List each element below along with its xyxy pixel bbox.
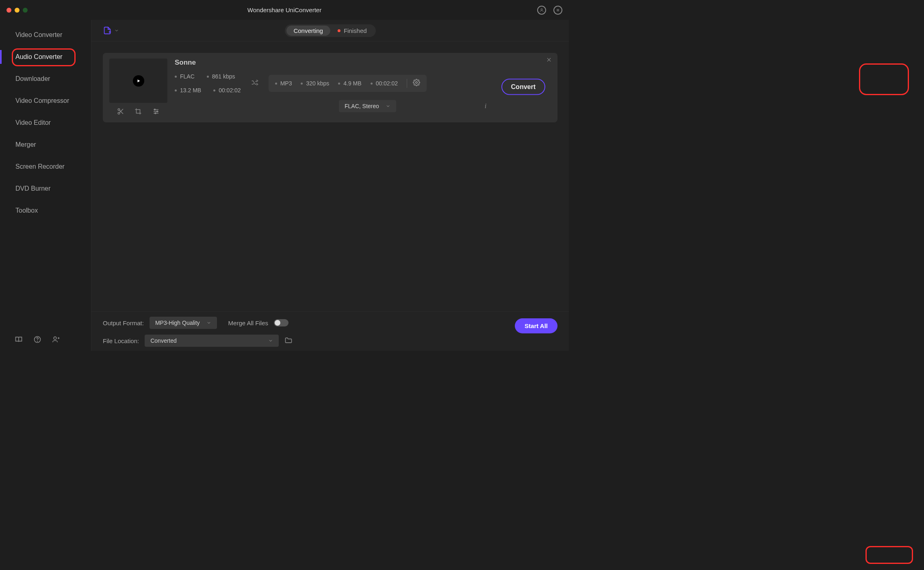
info-button[interactable]: i [485, 102, 486, 110]
output-format-dropdown[interactable]: MP3-High Quality [150, 317, 217, 329]
help-icon[interactable] [33, 335, 41, 344]
sidebar-item-merger[interactable]: Merger [0, 134, 91, 156]
effects-button[interactable] [152, 108, 160, 117]
svg-point-18 [157, 111, 158, 112]
transfer-arrow-icon [251, 78, 259, 88]
account-icon[interactable] [537, 6, 546, 15]
sidebar-label: DVD Burner [15, 185, 50, 192]
source-bitrate: 861 kbps [207, 73, 235, 80]
target-bitrate: 320 kbps [301, 80, 329, 87]
app-title: Wondershare UniConverter [247, 7, 321, 13]
sidebar-label: Video Editor [15, 119, 51, 126]
target-specs-box: MP3 320 kbps 4.9 MB 00:02:02 [269, 75, 427, 92]
svg-point-19 [155, 113, 156, 114]
window-controls [7, 8, 28, 13]
tab-label: Finished [344, 27, 367, 34]
sidebar-item-dvd-burner[interactable]: DVD Burner [0, 178, 91, 200]
svg-point-5 [37, 341, 38, 342]
sidebar-label: Toolbox [15, 207, 38, 214]
file-thumbnail[interactable] [109, 59, 167, 103]
sidebar-label: Video Converter [15, 31, 62, 38]
target-duration: 00:02:02 [371, 80, 398, 87]
sidebar-label: Video Compressor [15, 97, 69, 104]
svg-point-11 [118, 112, 120, 114]
tab-finished[interactable]: Finished [330, 26, 374, 36]
format-dropdown[interactable]: FLAC, Stereo [339, 100, 396, 112]
svg-point-17 [154, 109, 156, 110]
output-format-label: Output Format: [103, 320, 144, 326]
svg-marker-9 [137, 79, 140, 82]
sidebar-item-video-editor[interactable]: Video Editor [0, 112, 91, 134]
sidebar-item-downloader[interactable]: Downloader [0, 68, 91, 90]
play-icon [133, 75, 144, 87]
convert-button-label: Convert [511, 83, 536, 90]
notification-dot-icon [338, 29, 341, 32]
merge-label: Merge All Files [228, 320, 268, 326]
tab-converting[interactable]: Converting [286, 26, 330, 36]
sidebar-label: Downloader [15, 75, 50, 82]
merge-toggle[interactable] [274, 319, 288, 326]
chevron-down-icon [268, 338, 273, 343]
file-card: Sonne FLAC 861 kbps 13.2 MB 00:02:02 [103, 53, 557, 122]
chevron-down-icon [386, 104, 390, 109]
titlebar: Wondershare UniConverter [0, 0, 569, 20]
settings-button[interactable] [407, 79, 420, 88]
sidebar-item-video-compressor[interactable]: Video Compressor [0, 90, 91, 112]
chevron-down-icon [206, 320, 211, 325]
target-size: 4.9 MB [338, 80, 361, 87]
file-location-value: Converted [150, 337, 177, 344]
source-format: FLAC [175, 73, 195, 80]
target-format: MP3 [275, 80, 292, 87]
sidebar: Video Converter Audio Converter Download… [0, 20, 91, 351]
minimize-window-button[interactable] [15, 8, 20, 13]
start-all-label: Start All [525, 322, 548, 329]
source-duration: 00:02:02 [213, 87, 241, 94]
highlight-annotation [12, 48, 76, 66]
add-file-button[interactable] [103, 26, 119, 35]
svg-point-10 [118, 109, 120, 111]
close-window-button[interactable] [7, 8, 11, 13]
start-all-button[interactable]: Start All [515, 318, 557, 333]
chevron-down-icon [114, 28, 119, 33]
maximize-window-button[interactable] [23, 8, 28, 13]
sidebar-label: Merger [15, 141, 36, 148]
convert-button[interactable]: Convert [501, 78, 545, 95]
crop-button[interactable] [134, 108, 142, 117]
svg-point-0 [541, 9, 542, 10]
sidebar-label: Screen Recorder [15, 163, 65, 170]
trim-button[interactable] [117, 108, 124, 117]
file-location-dropdown[interactable]: Converted [145, 335, 279, 347]
guide-icon[interactable] [15, 335, 23, 344]
svg-point-6 [54, 337, 56, 339]
remove-file-button[interactable] [546, 57, 552, 64]
open-folder-button[interactable] [284, 336, 293, 346]
sidebar-item-screen-recorder[interactable]: Screen Recorder [0, 156, 91, 178]
svg-point-20 [416, 82, 418, 84]
feedback-icon[interactable] [52, 335, 60, 344]
sidebar-item-video-converter[interactable]: Video Converter [0, 24, 91, 46]
output-format-value: MP3-High Quality [155, 320, 200, 326]
sidebar-item-toolbox[interactable]: Toolbox [0, 200, 91, 222]
file-location-label: File Location: [103, 337, 139, 344]
menu-icon[interactable] [553, 6, 562, 15]
tab-label: Converting [293, 27, 323, 34]
format-dropdown-value: FLAC, Stereo [345, 103, 379, 109]
file-title: Sonne [175, 59, 551, 67]
source-size: 13.2 MB [175, 87, 201, 94]
